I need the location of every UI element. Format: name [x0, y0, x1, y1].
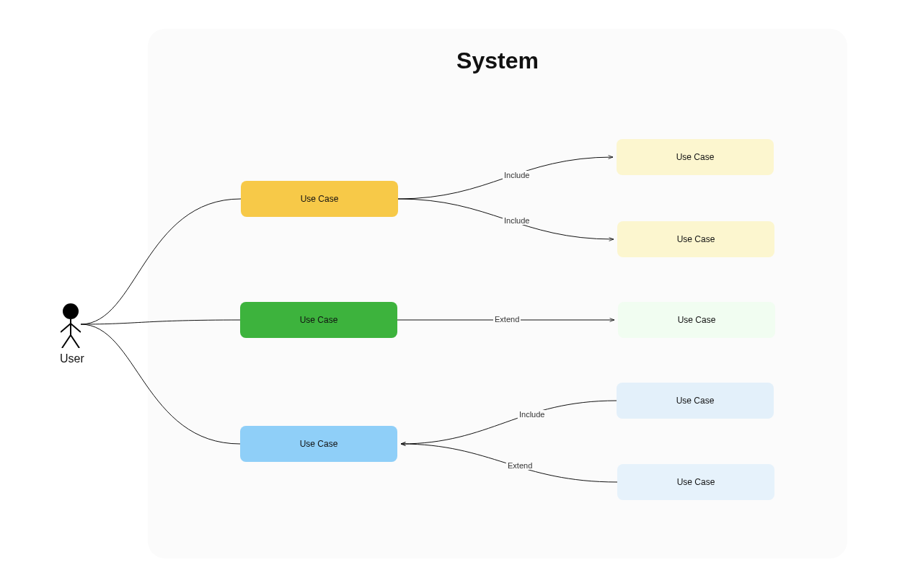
- edge-label-extend-2: Extend: [506, 461, 534, 470]
- svg-line-4: [62, 335, 71, 348]
- use-case-blue-extend[interactable]: Use Case: [617, 464, 774, 500]
- use-case-yellow-include-2[interactable]: Use Case: [617, 221, 774, 257]
- use-case-green[interactable]: Use Case: [240, 302, 397, 338]
- user-actor-icon: [61, 303, 81, 348]
- svg-line-5: [71, 335, 79, 348]
- svg-line-2: [61, 324, 71, 332]
- use-case-blue[interactable]: Use Case: [240, 426, 397, 462]
- use-case-yellow-include-1[interactable]: Use Case: [617, 139, 774, 175]
- use-case-yellow[interactable]: Use Case: [241, 181, 398, 217]
- edge-label-include-1: Include: [503, 171, 531, 179]
- use-case-green-extend[interactable]: Use Case: [618, 302, 775, 338]
- svg-point-0: [63, 303, 79, 319]
- svg-line-3: [71, 324, 81, 332]
- edge-label-include-2: Include: [503, 216, 531, 225]
- edge-label-include-3: Include: [518, 410, 546, 419]
- diagram-title: System: [148, 48, 847, 74]
- user-actor-label: User: [60, 352, 84, 365]
- use-case-blue-include[interactable]: Use Case: [617, 383, 774, 419]
- edge-label-extend-1: Extend: [493, 315, 521, 324]
